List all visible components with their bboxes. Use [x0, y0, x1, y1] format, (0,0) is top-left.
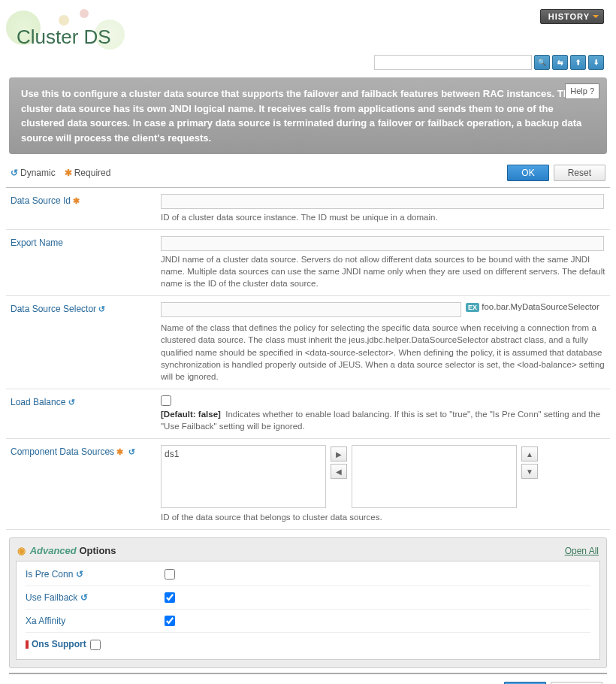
xml-upload-icon[interactable]: ⬆	[570, 55, 586, 70]
move-left-button[interactable]: ◀	[331, 464, 347, 479]
label-data-source-selector: Data Source Selector ↻	[11, 302, 161, 382]
legend-dynamic: ↻Dynamic	[11, 168, 56, 178]
help-export-name: JNDI name of a cluster data source. Serv…	[161, 253, 605, 289]
help-button[interactable]: Help ?	[565, 83, 599, 99]
page-title: Cluster DS	[12, 26, 111, 49]
help-data-source-id: ID of a cluster data source instance. Th…	[161, 211, 605, 223]
list-item[interactable]: ds1	[165, 449, 322, 459]
label-load-balance: Load Balance ↻	[11, 395, 161, 432]
expand-icon	[26, 640, 29, 649]
badge-icon: ◉	[17, 545, 26, 556]
advanced-panel: ◉ Advanced Options Open All Is Pre Conn …	[9, 537, 607, 668]
decoration	[59, 15, 69, 26]
input-data-source-id[interactable]	[161, 194, 604, 209]
input-data-source-selector[interactable]	[161, 302, 461, 317]
checkbox-load-balance[interactable]	[161, 395, 171, 406]
help-component-ds: ID of the data source that belongs to cl…	[161, 511, 605, 523]
label-component-ds: Component Data Sources ✱ ↻	[11, 445, 161, 523]
available-list[interactable]: ds1	[161, 445, 326, 508]
dynamic-icon: ↻	[128, 447, 135, 457]
move-down-button[interactable]: ▼	[521, 464, 538, 479]
dynamic-icon: ↻	[11, 168, 18, 178]
help-load-balance: [Default: false] Indicates whether to en…	[161, 408, 605, 432]
label-ons-support[interactable]: Ons Support	[26, 639, 165, 650]
required-icon: ✱	[73, 196, 80, 205]
label-xa-affinity: Xa Affinity	[26, 616, 165, 626]
dynamic-icon: ↻	[80, 592, 88, 603]
xml-download-icon[interactable]: ⬇	[588, 55, 604, 70]
checkbox-ons-support[interactable]	[90, 640, 101, 650]
search-icon[interactable]: 🔍	[534, 55, 550, 70]
label-use-failback: Use Failback ↻	[26, 592, 165, 603]
intro-panel: Help ? Use this to configure a cluster d…	[9, 77, 607, 154]
export-icon[interactable]: ⇆	[552, 55, 568, 70]
example-text: EX foo.bar.MyDataSourceSelector	[466, 302, 599, 312]
dynamic-icon: ↻	[68, 398, 75, 407]
ok-button[interactable]: OK	[507, 165, 548, 181]
selected-list[interactable]	[352, 445, 517, 508]
search-input[interactable]	[374, 55, 532, 70]
reset-button[interactable]: Reset	[554, 165, 605, 181]
label-export-name: Export Name	[11, 236, 161, 289]
required-icon: ✱	[116, 447, 123, 456]
label-is-pre-conn: Is Pre Conn ↻	[26, 569, 165, 580]
checkbox-xa-affinity[interactable]	[165, 616, 175, 626]
decoration	[80, 9, 89, 18]
advanced-title: ◉ Advanced Options	[17, 545, 116, 556]
checkbox-use-failback[interactable]	[165, 592, 175, 603]
legend-required: ✱Required	[65, 168, 111, 178]
required-icon: ✱	[65, 168, 72, 178]
input-export-name[interactable]	[161, 236, 604, 251]
dynamic-icon: ↻	[76, 569, 83, 580]
intro-text: Use this to configure a cluster data sou…	[21, 88, 581, 144]
checkbox-is-pre-conn[interactable]	[165, 569, 175, 580]
label-data-source-id: Data Source Id ✱	[11, 194, 161, 223]
help-data-source-selector: Name of the class that defines the polic…	[161, 322, 605, 382]
move-right-button[interactable]: ▶	[331, 446, 347, 462]
dynamic-icon: ↻	[98, 304, 105, 314]
history-button[interactable]: HISTORY	[540, 9, 604, 24]
open-all-link[interactable]: Open All	[565, 546, 599, 556]
move-up-button[interactable]: ▲	[521, 446, 538, 462]
